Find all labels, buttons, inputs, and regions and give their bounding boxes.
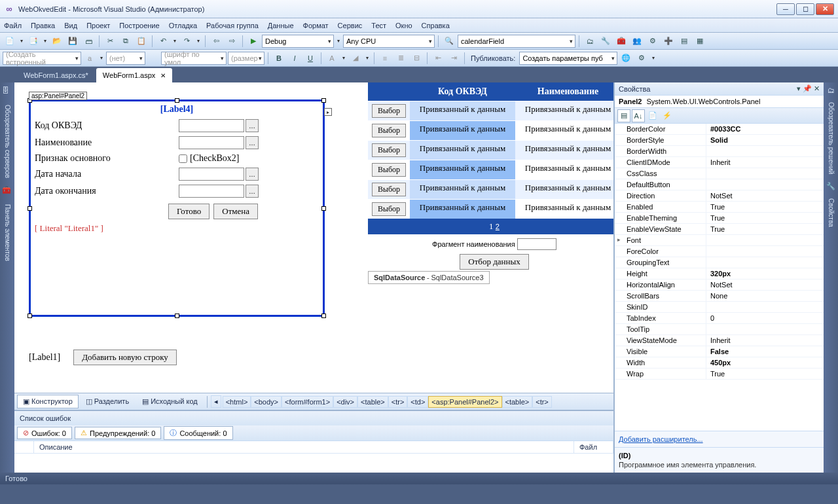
menu-help[interactable]: Справка (422, 22, 450, 29)
publish-settings-icon[interactable]: ⚙ (634, 51, 649, 65)
select-button[interactable]: Выбор (372, 183, 406, 196)
add-item-icon[interactable]: 📑 (26, 34, 41, 48)
property-value[interactable]: #0033CC (706, 124, 824, 134)
events-icon[interactable]: ⚡ (661, 109, 674, 122)
nav-back-icon[interactable]: ⇦ (209, 34, 223, 48)
align-left-icon[interactable]: ≡ (378, 51, 392, 65)
paste-icon[interactable]: 📋 (134, 34, 149, 48)
forecolor-dropdown[interactable]: ▾ (340, 51, 347, 65)
minimize-button[interactable]: ─ (776, 3, 795, 15)
property-value[interactable]: None (706, 291, 824, 301)
property-row[interactable]: TabIndex0 (615, 313, 824, 324)
property-value[interactable] (706, 179, 824, 190)
save-all-icon[interactable]: 🗃 (81, 34, 96, 48)
menu-build[interactable]: Построение (119, 22, 159, 29)
property-row[interactable]: ForeColor (615, 246, 824, 257)
menu-format[interactable]: Формат (303, 22, 329, 29)
select-button[interactable]: Выбор (372, 163, 406, 177)
property-row[interactable]: BorderStyleSolid (615, 135, 824, 146)
pager-page2[interactable]: 2 (496, 223, 500, 230)
server-explorer-icon[interactable]: 🗄 (2, 86, 12, 97)
menu-tools[interactable]: Сервис (338, 22, 363, 29)
view-design[interactable]: ▣ Конструктор (17, 395, 79, 408)
panel-dropdown-icon[interactable]: ▾ (797, 84, 801, 93)
forecolor-icon[interactable]: A (325, 51, 339, 65)
property-value[interactable] (706, 146, 824, 156)
gridview[interactable]: Код ОКВЭД Наименование Выбор Привязанный… (368, 82, 613, 393)
property-row[interactable]: EnabledTrue (615, 202, 824, 213)
messages-tab[interactable]: ⓘСообщений: 0 (164, 426, 232, 440)
picker-start[interactable]: … (246, 168, 259, 181)
property-row[interactable]: EnableViewStateTrue (615, 224, 824, 235)
property-value[interactable]: True (706, 369, 824, 379)
fontsize-combo[interactable]: (размер (228, 52, 264, 65)
breadcrumb-item[interactable]: <form#form1> (282, 396, 333, 408)
select-button[interactable]: Выбор (372, 104, 406, 118)
property-value[interactable]: 320px (706, 268, 824, 279)
input-end[interactable] (179, 185, 244, 198)
property-row[interactable]: Width450px (615, 357, 824, 369)
toolbox-icon[interactable]: 🧰 (614, 34, 628, 48)
toolbox-tab-icon[interactable]: 🧰 (2, 186, 12, 196)
tab-webform1-cs[interactable]: WebForm1.aspx.cs* (17, 68, 95, 82)
cancel-button[interactable]: Отмена (213, 204, 258, 219)
solution-explorer-tab[interactable]: Обозреватель решений (826, 98, 836, 178)
breadcrumb-item[interactable]: <tr> (388, 396, 408, 408)
property-row[interactable]: Height320px (615, 268, 824, 279)
property-value[interactable] (706, 302, 824, 312)
sqldatasource-badge[interactable]: SqlDataSource - SqlDataSource3 (368, 271, 490, 284)
property-row[interactable]: DefaultButton (615, 179, 824, 190)
new-project-icon[interactable]: 📄 (3, 34, 17, 48)
team-explorer-icon[interactable]: 👥 (630, 34, 644, 48)
menu-project[interactable]: Проект (86, 22, 110, 29)
asp-panel2[interactable]: ▸ [Label4] Код ОКВЭД… Наименование… Приз… (29, 99, 325, 317)
errcol-icon[interactable] (14, 441, 34, 453)
tab-close-icon[interactable]: ✕ (160, 72, 166, 79)
property-row[interactable]: ViewStateModeInherit (615, 335, 824, 346)
menu-view[interactable]: Вид (64, 22, 77, 29)
publish-settings-dropdown[interactable]: ▾ (650, 51, 657, 65)
property-value[interactable]: NotSet (706, 279, 824, 290)
property-value[interactable]: Inherit (706, 157, 824, 168)
redo-icon[interactable]: ↷ (179, 34, 194, 48)
design-surface[interactable]: asp:Panel#Panel2 ▸ [Label4] Код ОКВЭД… Н… (14, 82, 613, 393)
grid-row[interactable]: Выбор Привязанный к данным Привязанный к… (368, 140, 613, 160)
filter-button[interactable]: Отбор данных (460, 254, 528, 270)
panel-pin-icon[interactable]: 📌 (803, 84, 812, 93)
properties-icon[interactable]: 📄 (646, 109, 659, 122)
config-combo[interactable]: Debug (262, 35, 334, 48)
tab-webform1-aspx[interactable]: WebForm1.aspx✕ (96, 68, 173, 82)
redo-dropdown[interactable]: ▾ (195, 34, 202, 48)
grid-row[interactable]: Выбор Привязанный к данным Привязанный к… (368, 101, 613, 120)
input-name[interactable] (179, 136, 244, 149)
property-row[interactable]: BorderWidth (615, 146, 824, 157)
properties-tab[interactable]: Свойства (826, 194, 836, 231)
property-row[interactable]: CssClass (615, 168, 824, 179)
property-row[interactable]: SkinID (615, 302, 824, 313)
copy-icon[interactable]: ⧉ (118, 34, 133, 48)
properties-tab-icon[interactable]: 🔧 (826, 182, 835, 190)
menu-debug[interactable]: Отладка (169, 22, 197, 29)
open-file-icon[interactable]: 📂 (50, 34, 64, 48)
property-value[interactable] (706, 168, 824, 179)
property-row[interactable]: DirectionNotSet (615, 190, 824, 202)
breadcrumb-item[interactable]: <td> (407, 396, 428, 408)
solution-explorer-icon[interactable]: 🗂 (583, 34, 597, 48)
properties-window-icon[interactable]: 🔧 (598, 34, 613, 48)
properties-object-selector[interactable]: Panel2 System.Web.UI.WebControls.Panel (615, 96, 824, 108)
find-in-files-icon[interactable]: 🔍 (442, 34, 456, 48)
grid-row[interactable]: Выбор Привязанный к данным Привязанный к… (368, 179, 613, 199)
property-row[interactable]: BorderColor#0033CC (615, 124, 824, 135)
menu-file[interactable]: Файл (4, 22, 22, 29)
find-combo[interactable]: calendarField (458, 35, 575, 48)
select-button[interactable]: Выбор (372, 202, 406, 216)
menu-edit[interactable]: Правка (31, 22, 55, 29)
style-combo[interactable]: (Создать встроенный (3, 52, 81, 65)
smart-tag-icon[interactable]: ▸ (324, 108, 332, 116)
publish-icon[interactable]: 🌐 (619, 51, 633, 65)
ok-button[interactable]: Готово (168, 204, 210, 219)
menu-team[interactable]: Рабочая группа (206, 22, 259, 29)
nav-fwd-icon[interactable]: ⇨ (225, 34, 239, 48)
start-page-icon[interactable]: ⚙ (646, 34, 660, 48)
style-apply-dropdown[interactable]: ▾ (98, 51, 105, 65)
